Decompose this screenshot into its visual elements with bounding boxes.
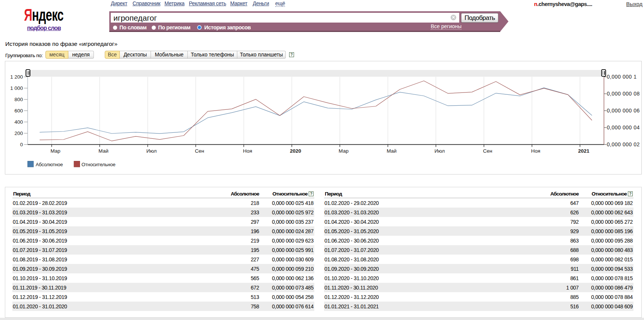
svg-text:2020: 2020 <box>290 148 301 154</box>
svg-text:1 200: 1 200 <box>10 74 23 80</box>
svg-text:0,000 000 1: 0,000 000 1 <box>607 74 636 80</box>
svg-text:1 000: 1 000 <box>10 85 23 91</box>
svg-text:Абсолютное: Абсолютное <box>36 162 63 167</box>
svg-text:Мар: Мар <box>50 148 60 154</box>
svg-text:0,000 000 02: 0,000 000 02 <box>607 141 640 147</box>
svg-text:Ноя: Ноя <box>243 148 252 154</box>
svg-text:Июл: Июл <box>434 148 445 154</box>
svg-text:Относительное: Относительное <box>81 162 115 167</box>
svg-text:600: 600 <box>14 108 23 114</box>
svg-text:Май: Май <box>98 148 108 154</box>
svg-text:0,000 000 08: 0,000 000 08 <box>607 91 640 97</box>
svg-text:800: 800 <box>14 97 23 102</box>
svg-text:Мар: Мар <box>339 148 348 154</box>
svg-text:2021: 2021 <box>578 148 590 154</box>
svg-text:400: 400 <box>14 119 23 125</box>
svg-text:Сен: Сен <box>483 148 492 154</box>
svg-text:Июл: Июл <box>146 148 157 154</box>
svg-text:0,000 000 06: 0,000 000 06 <box>607 108 640 114</box>
svg-text:0: 0 <box>20 142 23 147</box>
svg-text:0,000 000 04: 0,000 000 04 <box>607 124 640 130</box>
svg-text:200: 200 <box>14 130 23 136</box>
svg-text:Май: Май <box>387 148 397 154</box>
svg-text:Сен: Сен <box>195 148 204 154</box>
svg-text:Ноя: Ноя <box>531 148 540 154</box>
